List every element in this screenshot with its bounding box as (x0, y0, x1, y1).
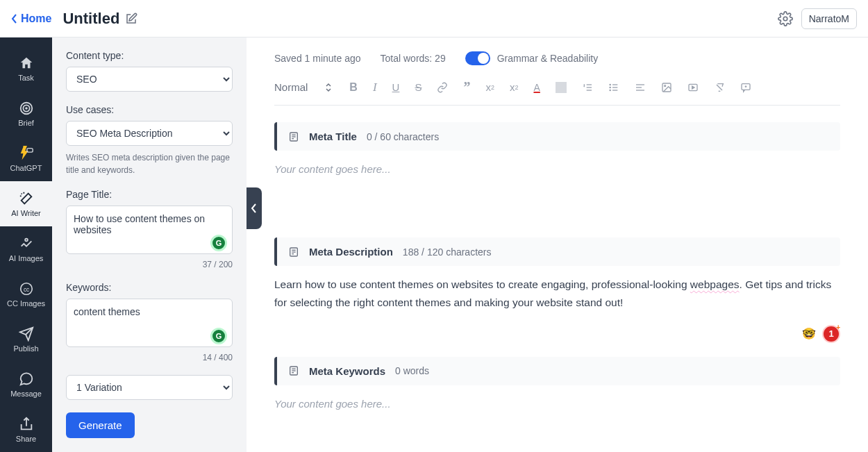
message-icon (19, 371, 34, 387)
image-button[interactable] (661, 82, 672, 93)
nav-item-brief[interactable]: Brief (0, 91, 52, 136)
bullet-list-button[interactable] (608, 82, 619, 93)
underline-button[interactable]: U (392, 81, 400, 93)
nav-item-message[interactable]: Message (0, 362, 52, 407)
generate-button[interactable]: Generate (66, 412, 135, 438)
chevron-left-icon (11, 14, 18, 24)
page-title-counter: 37 / 200 (66, 260, 233, 269)
nav-item-cc-images[interactable]: cc CC Images (0, 271, 52, 317)
nav-label: Share (16, 435, 36, 443)
nav-item-ai-images[interactable]: AI Images (0, 226, 52, 271)
subscript-button[interactable]: x2 (485, 81, 494, 93)
model-select[interactable]: NarratoM (801, 8, 857, 29)
nav-label: CC Images (7, 299, 45, 308)
target-icon (19, 101, 34, 116)
nav-item-ai-writer[interactable]: AI Writer (0, 181, 52, 226)
keywords-label: Keywords: (66, 282, 233, 293)
grammarly-icon[interactable]: G (210, 328, 227, 344)
editor-header: Saved 1 minute ago Total words: 29 Gramm… (274, 51, 840, 65)
block-title: Meta Keywords (309, 365, 385, 377)
grammar-toggle[interactable] (465, 51, 490, 65)
strike-button[interactable]: S (415, 81, 422, 93)
document-icon (288, 365, 299, 376)
video-button[interactable] (687, 82, 699, 93)
clear-format-button[interactable] (714, 82, 725, 93)
bolt-chat-icon (19, 146, 34, 161)
italic-button[interactable]: I (373, 81, 377, 94)
nav-label: Message (10, 390, 42, 398)
text-color-button[interactable]: A (533, 82, 540, 93)
header-right: NarratoM (778, 8, 857, 29)
block-title: Meta Title (309, 131, 357, 142)
editor-toolbar: Normal B I U S ” x2 x2 A (274, 79, 840, 106)
bold-button[interactable]: B (349, 81, 358, 94)
meta-desc-content[interactable]: Learn how to use content themes on websi… (274, 276, 840, 332)
nav-label: Brief (18, 119, 34, 127)
home-link[interactable]: Home (11, 12, 51, 25)
doc-title[interactable]: Untitled (62, 10, 137, 28)
meta-keywords-content[interactable]: Your content goes here... (274, 395, 840, 437)
format-select[interactable]: Normal (274, 81, 334, 93)
use-cases-select[interactable]: SEO Meta Description (66, 121, 233, 146)
nav-item-publish[interactable]: Publish (0, 317, 52, 362)
use-cases-hint: Writes SEO meta description given the pa… (66, 151, 233, 176)
nerd-emoji-badge[interactable]: 🤓 (800, 325, 818, 343)
page-title-input[interactable] (66, 206, 233, 254)
nav-label: AI Writer (11, 209, 41, 217)
block-title: Meta Description (309, 246, 393, 258)
svg-point-18 (610, 90, 610, 90)
align-button[interactable] (635, 82, 646, 93)
svg-point-16 (610, 84, 610, 85)
comment-button[interactable] (740, 82, 751, 93)
block-meta: 188 / 120 characters (403, 246, 492, 258)
send-icon (19, 326, 34, 342)
highlight-button[interactable] (556, 82, 567, 93)
content-type-select[interactable]: SEO (66, 67, 233, 92)
content-type-label: Content type: (66, 50, 233, 61)
meta-title-block[interactable]: Meta Title 0 / 60 characters (274, 122, 840, 151)
nav-label: Publish (13, 344, 38, 353)
editor-panel: Saved 1 minute ago Total words: 29 Gramm… (247, 37, 868, 452)
svg-point-17 (610, 87, 610, 87)
superscript-button[interactable]: x2 (510, 81, 519, 93)
nav-item-share[interactable]: Share (0, 407, 52, 452)
meta-desc-block[interactable]: Meta Description 188 / 120 characters (274, 237, 840, 266)
main-layout: Task Brief ChatGPT AI Writer AI Images c… (0, 37, 868, 452)
home-icon (19, 56, 34, 71)
collapse-handle[interactable] (247, 187, 262, 229)
alert-count-badge[interactable]: 1 (822, 325, 840, 343)
image-ai-icon (19, 236, 34, 251)
variation-select[interactable]: 1 Variation (66, 375, 233, 400)
chevron-left-icon (251, 203, 258, 213)
keywords-input[interactable] (66, 299, 233, 347)
quote-button[interactable]: ” (463, 79, 470, 95)
app-header: Home Untitled NarratoM (0, 0, 868, 37)
magic-wand-icon (19, 191, 34, 206)
svg-point-5 (25, 238, 28, 241)
keywords-counter: 14 / 400 (66, 353, 233, 362)
block-meta: 0 / 60 characters (367, 131, 439, 142)
edit-icon[interactable] (125, 12, 137, 25)
saved-status: Saved 1 minute ago (274, 53, 361, 64)
nav-item-chatgpt[interactable]: ChatGPT (0, 136, 52, 181)
svg-rect-4 (26, 148, 32, 152)
word-count: Total words: 29 (381, 53, 446, 64)
grammarly-icon[interactable]: G (210, 235, 227, 251)
spelling-error[interactable]: webpages (690, 278, 740, 290)
ordered-list-button[interactable] (582, 82, 593, 93)
share-icon (19, 417, 34, 432)
gear-icon[interactable] (778, 11, 793, 26)
cc-icon: cc (19, 281, 34, 296)
document-icon (288, 246, 299, 258)
nav-label: AI Images (9, 254, 44, 262)
link-button[interactable] (437, 82, 448, 93)
meta-title-content[interactable]: Your content goes here... (274, 160, 840, 237)
meta-keywords-block[interactable]: Meta Keywords 0 words (274, 357, 840, 385)
doc-title-text: Untitled (62, 10, 119, 28)
svg-text:cc: cc (23, 286, 28, 292)
home-link-label: Home (21, 12, 51, 25)
reaction-badges: 🤓 1 (274, 325, 840, 343)
svg-point-0 (783, 17, 787, 21)
page-title-label: Page Title: (66, 189, 233, 200)
nav-item-task[interactable]: Task (0, 46, 52, 91)
